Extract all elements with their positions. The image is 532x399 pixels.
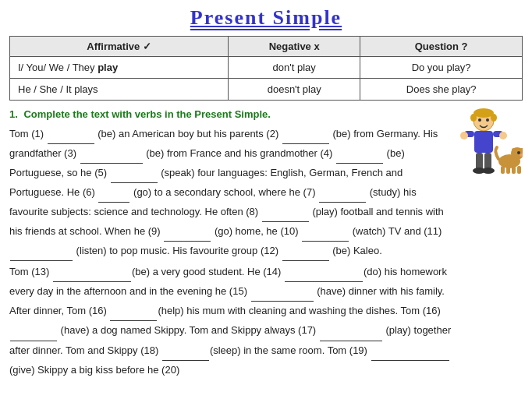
blank-13 [53,263,131,282]
page-title: Present Simple [9,6,523,30]
blank-5 [111,164,158,183]
svg-rect-21 [501,166,505,174]
svg-rect-11 [476,153,483,170]
blank-1 [48,125,94,144]
row1-affirmative: I/ You/ We / They play [10,57,229,79]
blank-2 [282,125,329,144]
blank-14 [285,263,363,282]
svg-point-5 [486,118,489,122]
blank-6 [98,183,129,203]
blank-3 [80,144,143,164]
exercise-title: 1. Complete the text with verbs in the P… [9,108,523,120]
blank-12 [282,242,329,261]
character-illustration [456,108,523,186]
grammar-table: Affirmative ✓ Negative x Question ? I/ Y… [9,36,523,101]
svg-rect-24 [517,166,521,174]
exercise-section: 1. Complete the text with verbs in the P… [9,108,523,380]
blank-17 [320,321,382,341]
blank-18 [162,341,209,361]
exercise-number: 1. [9,108,18,120]
svg-point-18 [512,148,516,151]
blank-10 [302,222,349,242]
blank-7 [319,183,366,203]
col-question: Question ? [360,37,523,57]
row1-negative: don't play [229,57,360,79]
table-row: I/ You/ We / They play don't play Do you… [10,57,523,79]
row2-question: Does she play? [360,79,523,101]
blank-8 [262,203,309,222]
exercise-instruction: Complete the text with verbs in the Pres… [23,108,270,120]
svg-point-10 [499,132,507,139]
row2-negative: doesn't play [229,79,360,101]
svg-point-14 [482,168,495,174]
blank-4 [336,144,383,164]
row2-affirmative: He / She / It plays [10,79,229,101]
blank-16a [110,302,157,321]
blank-15 [251,282,314,302]
blank-16b [10,321,57,341]
col-affirmative: Affirmative ✓ [10,37,229,57]
svg-rect-22 [506,166,510,174]
svg-rect-6 [474,131,493,153]
svg-point-4 [478,118,481,122]
col-negative: Negative x [229,37,360,57]
blank-11 [10,242,73,261]
svg-point-1 [473,108,494,118]
svg-point-19 [517,151,520,154]
table-row: He / She / It plays doesn't play Does sh… [10,79,523,101]
blank-19 [371,341,449,361]
svg-rect-23 [512,166,516,174]
svg-rect-12 [484,153,491,170]
blank-9 [164,222,211,242]
exercise-text: Tom (1) (be) an American boy but his par… [9,125,523,380]
svg-point-3 [491,114,497,122]
row1-question: Do you play? [360,57,523,79]
svg-point-9 [460,132,468,139]
svg-point-2 [470,114,477,122]
